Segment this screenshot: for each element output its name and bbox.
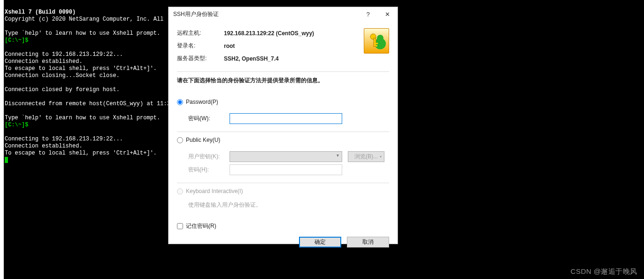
login-name-value: root: [224, 43, 235, 49]
dropdown-arrow-icon: ▾: [380, 155, 382, 159]
separator: [177, 71, 389, 72]
terminal-help-hint-2: Type `help' to learn how to use Xshell p…: [5, 115, 160, 121]
password-radio[interactable]: [177, 99, 183, 105]
terminal-line-connecting-2: Connecting to 192.168.213.129:22...: [5, 136, 123, 142]
terminal-line-closing: Connection closing...Socket close.: [5, 72, 120, 79]
terminal-line-closed: Connection closed by foreign host.: [5, 86, 120, 93]
close-button[interactable]: ✕: [377, 7, 398, 21]
password-radio-label: Password(P): [186, 99, 218, 105]
remote-host-label: 远程主机:: [177, 29, 224, 37]
passphrase-label: 密码(H):: [188, 166, 230, 174]
password-field-label: 密码(W):: [188, 115, 230, 123]
userkey-select[interactable]: ▾: [230, 151, 342, 162]
watermark: CSDN @邂逅于晚风: [571, 267, 637, 276]
browse-button[interactable]: 浏览(B)...▾: [348, 151, 384, 162]
server-type-label: 服务器类型:: [177, 54, 224, 62]
login-name-label: 登录名:: [177, 42, 224, 50]
password-input[interactable]: [230, 113, 342, 124]
help-button[interactable]: ?: [359, 7, 377, 21]
svg-point-1: [377, 35, 383, 41]
terminal-line-established-1: Connection established.: [5, 58, 83, 65]
server-type-value: SSH2, OpenSSH_7.4: [224, 55, 279, 62]
instruction-text: 请在下面选择恰当的身份验证方法并提供登录所需的信息。: [177, 77, 389, 94]
remember-password-label: 记住密码(R): [186, 222, 216, 230]
userkey-label: 用户密钥(K):: [188, 153, 230, 161]
chevron-down-icon: ▾: [337, 153, 339, 158]
ssh-auth-dialog: SSH用户身份验证 ? ✕ 远程主机: 192.168.213.129:22 (…: [168, 7, 398, 244]
cancel-button[interactable]: 取消: [347, 237, 389, 248]
dialog-body: 远程主机: 192.168.213.129:22 (CentOS_wyy) 登录…: [169, 21, 398, 233]
terminal-help-hint: Type `help' to learn how to use Xshell p…: [5, 30, 160, 37]
user-key-icon: [364, 28, 389, 54]
terminal-title: Xshell 7 (Build 0090): [5, 9, 76, 16]
svg-rect-4: [376, 43, 378, 44]
keyboard-radio-label: Keyboard Interactive(I): [186, 188, 243, 194]
passphrase-input: [230, 164, 342, 175]
terminal-line-established-2: Connection established.: [5, 143, 83, 149]
remote-host-value: 192.168.213.129:22 (CentOS_wyy): [224, 30, 314, 37]
ok-button[interactable]: 确定: [299, 237, 341, 248]
terminal-prompt-2: [C:\~]$: [5, 122, 32, 128]
terminal-line-escape-2: To escape to local shell, press 'Ctrl+Al…: [5, 150, 157, 156]
terminal-line-disconnected: Disconnected from remote host(CentOS_wyy…: [5, 101, 170, 107]
terminal-cursor: [5, 157, 8, 163]
password-group: Password(P) 密码(W):: [177, 94, 389, 132]
publickey-radio-label: Public Key(U): [186, 137, 220, 143]
keyboard-radio: [177, 188, 183, 194]
dialog-titlebar[interactable]: SSH用户身份验证 ? ✕: [169, 7, 398, 21]
remember-password-checkbox[interactable]: [177, 223, 183, 229]
terminal-prompt-1: [C:\~]$: [5, 37, 32, 44]
svg-rect-5: [376, 45, 377, 46]
terminal-copyright: Copyright (c) 2020 NetSarang Computer, I…: [5, 16, 167, 23]
dialog-title: SSH用户身份验证: [173, 10, 359, 18]
dialog-buttons: 确定 取消: [169, 233, 398, 254]
terminal-line-escape-1: To escape to local shell, press 'Ctrl+Al…: [5, 65, 157, 72]
publickey-radio[interactable]: [177, 137, 183, 143]
terminal-line-connecting-1: Connecting to 192.168.213.129:22...: [5, 51, 123, 58]
keyboard-note: 使用键盘输入用户身份验证。: [188, 201, 389, 209]
keyboard-group: Keyboard Interactive(I) 使用键盘输入用户身份验证。: [177, 183, 389, 216]
publickey-group: Public Key(U) 用户密钥(K): ▾ 浏览(B)...▾ 密码(H)…: [177, 132, 389, 183]
